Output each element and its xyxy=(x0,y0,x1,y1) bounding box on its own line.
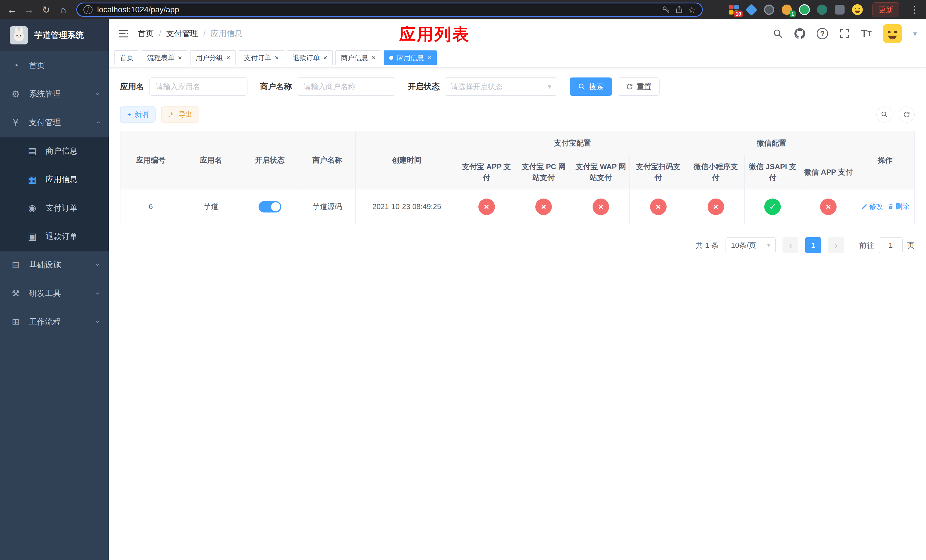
sidebar-item-payment[interactable]: ¥ 支付管理 › xyxy=(0,108,109,137)
alipay-app-status-icon: × xyxy=(478,198,495,215)
status-toggle[interactable] xyxy=(259,201,281,212)
hamburger-icon[interactable] xyxy=(118,28,129,39)
goto-suffix: 页 xyxy=(907,241,915,250)
extension-icon-8[interactable] xyxy=(851,3,864,16)
delete-link[interactable]: 删除 xyxy=(888,202,909,211)
github-icon[interactable] xyxy=(794,28,805,39)
tab-process-form[interactable]: 流程表单× xyxy=(142,50,188,65)
tab-pay-order[interactable]: 支付订单× xyxy=(239,50,284,65)
share-icon[interactable] xyxy=(675,5,683,14)
extension-icon-1[interactable]: 10 xyxy=(727,3,740,16)
goto-page-input[interactable] xyxy=(879,237,903,253)
main-area: 首页 / 支付管理 / 应用信息 应用列表 ? TT xyxy=(109,20,926,560)
col-group-alipay: 支付宝配置 xyxy=(458,131,687,155)
sidebar-item-label: 工作流程 xyxy=(29,316,61,327)
sidebar-item-system[interactable]: ⚙ 系统管理 › xyxy=(0,80,109,108)
search-button[interactable]: 搜索 xyxy=(570,77,612,96)
extension-icon-4[interactable]: 1 xyxy=(780,3,793,16)
sidebar-item-label: 首页 xyxy=(29,60,45,71)
table-row: 6 芋道 芋道源码 2021-10-23 08:49:25 × × × × × … xyxy=(121,189,915,224)
browser-refresh-button[interactable]: ↻ xyxy=(39,2,53,17)
browser-home-button[interactable]: ⌂ xyxy=(56,2,71,17)
edit-link[interactable]: 修改 xyxy=(861,202,883,211)
extension-badge: 1 xyxy=(790,11,796,17)
cell-app-name: 芋道 xyxy=(181,189,241,224)
sidebar-item-merchant-info[interactable]: ▤ 商户信息 xyxy=(0,137,109,165)
close-icon[interactable]: × xyxy=(323,54,327,61)
url-text[interactable]: localhost:1024/pay/app xyxy=(97,5,657,14)
sidebar-item-label: 支付管理 xyxy=(29,117,61,128)
extension-icon-6[interactable] xyxy=(816,3,829,16)
avatar-caret-icon[interactable]: ▾ xyxy=(913,29,917,38)
user-avatar[interactable] xyxy=(883,24,902,43)
site-info-icon[interactable]: i xyxy=(83,5,92,14)
tab-merchant-info[interactable]: 商户信息× xyxy=(336,50,381,65)
font-size-icon[interactable]: TT xyxy=(861,28,872,39)
extensions-area: 10 1 更新 ⋮ xyxy=(727,2,921,17)
extension-icon-5[interactable] xyxy=(798,3,811,16)
extension-icon-7[interactable] xyxy=(833,3,846,16)
browser-back-button[interactable]: ← xyxy=(5,2,20,17)
close-icon[interactable]: × xyxy=(226,54,230,61)
url-bar[interactable]: i localhost:1024/pay/app ☆ xyxy=(76,3,703,17)
bookmark-star-icon[interactable]: ☆ xyxy=(688,5,696,15)
browser-update-button[interactable]: 更新 xyxy=(873,2,899,17)
tab-user-group[interactable]: 用户分组× xyxy=(190,50,236,65)
add-button[interactable]: + 新增 xyxy=(120,106,156,123)
sidebar-item-app-info[interactable]: ▦ 应用信息 xyxy=(0,165,109,194)
prev-page-button[interactable]: ‹ xyxy=(782,237,799,253)
status-select[interactable]: 请选择开启状态 ▾ xyxy=(445,77,557,96)
page-number-1[interactable]: 1 xyxy=(805,237,821,253)
close-icon[interactable]: × xyxy=(275,54,279,61)
next-page-button[interactable]: › xyxy=(828,237,844,253)
page-size-select[interactable]: 10条/页 ▾ xyxy=(726,237,776,253)
top-navbar: 首页 / 支付管理 / 应用信息 应用列表 ? TT xyxy=(109,20,926,48)
sidebar-item-label: 研发工具 xyxy=(29,288,61,299)
infrastructure-icon: ⊟ xyxy=(10,259,22,270)
sidebar-item-home[interactable]: ◔ 首页 xyxy=(0,51,109,80)
tab-app-info[interactable]: 应用信息× xyxy=(384,50,437,65)
chevron-up-icon: › xyxy=(93,121,102,124)
table-toolbar: + 新增 导出 xyxy=(120,106,915,123)
col-alipay-wap: 支付宝 WAP 网站支付 xyxy=(572,155,629,189)
fullscreen-icon[interactable] xyxy=(840,29,850,39)
export-button[interactable]: 导出 xyxy=(161,106,199,123)
sidebar-item-infra[interactable]: ⊟ 基础设施 › xyxy=(0,251,109,279)
extension-icon-3[interactable] xyxy=(763,3,776,16)
breadcrumb-home[interactable]: 首页 xyxy=(138,28,154,39)
sidebar-item-refund-order[interactable]: ▣ 退款订单 xyxy=(0,222,109,251)
app-shell: 芋道管理系统 ◔ 首页 ⚙ 系统管理 › ¥ 支付管理 › ▤ 商户信息 ▦ 应… xyxy=(0,20,926,560)
chevron-down-icon: ▾ xyxy=(548,83,551,91)
sidebar-item-pay-order[interactable]: ◉ 支付订单 xyxy=(0,194,109,222)
tags-view-bar: 首页 流程表单× 用户分组× 支付订单× 退款订单× 商户信息× 应用信息× xyxy=(109,48,926,68)
sidebar-item-label: 商户信息 xyxy=(45,145,77,156)
col-alipay-app: 支付宝 APP 支付 xyxy=(458,155,515,189)
help-icon[interactable]: ? xyxy=(817,28,828,39)
browser-chrome: ← → ↻ ⌂ i localhost:1024/pay/app ☆ 10 1 … xyxy=(0,0,926,20)
breadcrumb-section[interactable]: 支付管理 xyxy=(166,28,198,39)
col-group-wechat: 微信配置 xyxy=(687,131,856,155)
extension-badge: 10 xyxy=(734,11,743,17)
sidebar-item-dev-tools[interactable]: ⚒ 研发工具 › xyxy=(0,279,109,308)
app-title: 芋道管理系统 xyxy=(34,30,84,41)
refresh-table-button[interactable] xyxy=(899,106,915,123)
tab-refund-order[interactable]: 退款订单× xyxy=(287,50,333,65)
close-icon[interactable]: × xyxy=(372,54,375,61)
pagination-total: 共 1 条 xyxy=(696,241,719,250)
password-key-icon[interactable] xyxy=(662,5,670,14)
browser-forward-button[interactable]: → xyxy=(22,2,36,17)
app-name-input[interactable] xyxy=(149,77,247,96)
browser-menu-icon[interactable]: ⋮ xyxy=(908,4,921,15)
close-icon[interactable]: × xyxy=(178,54,182,61)
reset-button[interactable]: 重置 xyxy=(617,77,660,96)
tab-home[interactable]: 首页 xyxy=(115,50,139,65)
toggle-search-button[interactable] xyxy=(876,106,893,123)
merchant-name-input[interactable] xyxy=(297,77,395,96)
extension-icon-2[interactable] xyxy=(745,3,758,16)
sidebar-item-workflow[interactable]: ⊞ 工作流程 › xyxy=(0,308,109,336)
apps-table: 应用编号 应用名 开启状态 商户名称 创建时间 支付宝配置 微信配置 操作 支付… xyxy=(120,131,915,224)
search-icon[interactable] xyxy=(773,29,783,39)
chevron-down-icon: › xyxy=(93,292,102,295)
gear-icon: ⚙ xyxy=(10,89,22,100)
close-icon[interactable]: × xyxy=(427,54,431,61)
